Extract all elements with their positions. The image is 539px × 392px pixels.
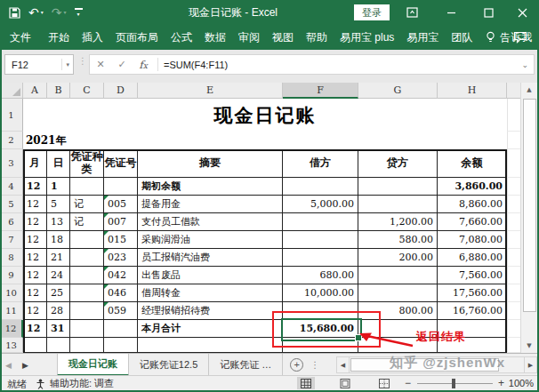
- row-header-2[interactable]: 2: [0, 132, 23, 149]
- cell-sliver[interactable]: [507, 149, 521, 178]
- cell-D6[interactable]: 007: [104, 213, 138, 231]
- cell-H8[interactable]: 6,880.00: [438, 249, 507, 267]
- header-cell-B3[interactable]: 日: [47, 149, 70, 178]
- cell-B9[interactable]: 24: [47, 267, 70, 284]
- cell-B7[interactable]: 18: [47, 231, 70, 249]
- page-layout-view-button[interactable]: [336, 377, 354, 389]
- cell-A8[interactable]: 12: [23, 249, 47, 267]
- sheet-nav-next-icon[interactable]: ▶: [17, 354, 34, 376]
- redo-button[interactable]: ↷▾: [52, 6, 67, 19]
- cell-B12[interactable]: 31: [47, 320, 70, 338]
- vscroll-up-icon[interactable]: ▲: [521, 86, 537, 93]
- cell-H9[interactable]: 7,560.00: [438, 267, 507, 284]
- zoom-slider-thumb[interactable]: [452, 379, 455, 388]
- cell-C11[interactable]: [70, 302, 104, 320]
- ribbon-tab-11[interactable]: 团队: [445, 25, 479, 50]
- row-header-4[interactable]: 4: [0, 178, 23, 196]
- cell-G5[interactable]: [358, 196, 438, 213]
- sheet-tab-menu-dots[interactable]: ⋮: [310, 354, 319, 376]
- zoom-out-button[interactable]: −: [405, 377, 411, 389]
- enter-check-icon[interactable]: ✓: [111, 59, 133, 70]
- cell-title[interactable]: 现金日记账: [23, 99, 507, 132]
- header-cell-D3[interactable]: 凭证号: [104, 149, 138, 178]
- cell-E7[interactable]: 采购润滑油: [138, 231, 283, 249]
- row-header-5[interactable]: 5: [0, 196, 23, 213]
- cell-sliver[interactable]: [507, 213, 521, 231]
- login-button[interactable]: 登录: [354, 4, 390, 20]
- cell-E8[interactable]: 员工报销汽油费: [138, 249, 283, 267]
- cell-F6[interactable]: [283, 213, 358, 231]
- vscroll-thumb[interactable]: [523, 99, 536, 312]
- cell-E10[interactable]: 借周转金: [138, 284, 283, 302]
- cell-E11[interactable]: 经理报销招待费: [138, 302, 283, 320]
- cell-C5[interactable]: 记: [70, 196, 104, 213]
- ribbon-tab-9[interactable]: 易用宝 plus: [334, 25, 400, 50]
- cell-A4[interactable]: 12: [23, 178, 47, 196]
- cell-C4[interactable]: [70, 178, 104, 196]
- ribbon-tab-5[interactable]: 数据: [198, 25, 232, 50]
- cell-C6[interactable]: 记: [70, 213, 104, 231]
- cell-A13[interactable]: [23, 338, 47, 353]
- cell-G7[interactable]: 580.00: [358, 231, 438, 249]
- hscroll-right-icon[interactable]: ▶: [524, 357, 536, 372]
- column-header-H[interactable]: H: [438, 83, 507, 99]
- cell-H4[interactable]: 3,860.00: [438, 178, 507, 196]
- new-sheet-button[interactable]: +: [290, 354, 303, 376]
- header-cell-E3[interactable]: 摘要: [138, 149, 283, 178]
- maximize-button[interactable]: [475, 0, 502, 25]
- column-header-E[interactable]: E: [138, 83, 283, 99]
- normal-view-button[interactable]: [297, 377, 315, 389]
- header-cell-H3[interactable]: 余额: [438, 149, 507, 178]
- column-header-F[interactable]: F: [283, 83, 358, 99]
- cell-F10[interactable]: 10,000.00: [283, 284, 358, 302]
- cell-D5[interactable]: 005: [104, 196, 138, 213]
- cancel-icon[interactable]: ✕: [90, 59, 111, 70]
- customize-qat-icon[interactable]: ▾: [75, 8, 83, 17]
- ribbon-tab-8[interactable]: 帮助: [300, 25, 334, 50]
- ribbon-tab-file[interactable]: 文件: [4, 25, 37, 50]
- cell-C8[interactable]: [70, 249, 104, 267]
- cell-A10[interactable]: 12: [23, 284, 47, 302]
- cell-sliver[interactable]: [507, 284, 521, 302]
- sheet-nav-prev-icon[interactable]: ◀: [0, 354, 17, 376]
- column-header-G[interactable]: G: [358, 83, 438, 99]
- ribbon-tab-4[interactable]: 公式: [165, 25, 198, 50]
- cell-E5[interactable]: 提备用金: [138, 196, 283, 213]
- cell-D9[interactable]: 042: [104, 267, 138, 284]
- column-header-B[interactable]: B: [47, 83, 70, 99]
- vertical-scrollbar[interactable]: ▲▼: [520, 83, 537, 353]
- ribbon-tab-10[interactable]: 易用宝: [400, 25, 445, 50]
- cell-F9[interactable]: 680.00: [283, 267, 358, 284]
- cell-H7[interactable]: 7,080.00: [438, 231, 507, 249]
- name-box[interactable]: F12 ▾: [4, 54, 74, 75]
- vscroll-down-icon[interactable]: ▼: [521, 342, 537, 349]
- formula-field[interactable]: ✕ ✓ fx =SUM(F4:F11) ⌄: [89, 54, 535, 75]
- ribbon-tab-3[interactable]: 页面布局: [109, 25, 165, 50]
- cell-F8[interactable]: [283, 249, 358, 267]
- cell-sliver[interactable]: [507, 338, 521, 353]
- cell-A7[interactable]: 12: [23, 231, 47, 249]
- ribbon-tab-2[interactable]: 插入: [76, 25, 109, 50]
- header-cell-F3[interactable]: 借方: [283, 149, 358, 178]
- row-header-3[interactable]: 3: [0, 149, 23, 178]
- name-box-dropdown-icon[interactable]: ▾: [61, 59, 73, 70]
- hscroll-left-icon[interactable]: ◀: [337, 357, 350, 372]
- cell-A12[interactable]: 12: [23, 320, 47, 338]
- cell-D12[interactable]: [104, 320, 138, 338]
- cell-sliver[interactable]: [507, 196, 521, 213]
- cell-sliver[interactable]: [507, 178, 521, 196]
- save-icon[interactable]: [9, 7, 20, 19]
- cell-E13[interactable]: [138, 338, 283, 353]
- row-header-7[interactable]: 7: [0, 231, 23, 249]
- cell-B5[interactable]: 5: [47, 196, 70, 213]
- formula-text[interactable]: =SUM(F4:F11): [164, 60, 521, 70]
- cell-A9[interactable]: 12: [23, 267, 47, 284]
- header-cell-G3[interactable]: 贷方: [358, 149, 438, 178]
- cell-D10[interactable]: 046: [104, 284, 138, 302]
- sheet-tab-3[interactable]: 记账凭证 …: [209, 354, 283, 376]
- cell-sliver[interactable]: [507, 132, 521, 149]
- ribbon-display-options-icon[interactable]: [398, 0, 425, 25]
- cell-A5[interactable]: 12: [23, 196, 47, 213]
- cell-sliver[interactable]: [507, 320, 521, 338]
- cell-E4[interactable]: 期初余额: [138, 178, 283, 196]
